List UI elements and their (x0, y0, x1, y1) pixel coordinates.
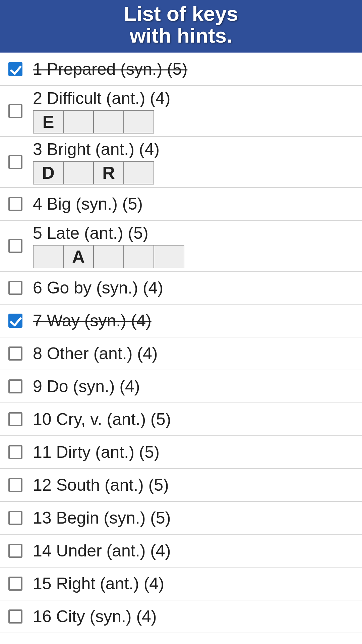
hint-cell[interactable] (154, 245, 184, 268)
checkbox-wrap (6, 153, 25, 171)
list-item[interactable]: 5 Late (ant.) (5)A (0, 221, 362, 272)
checkbox-wrap (6, 102, 25, 120)
checkbox-wrap (6, 410, 25, 429)
clue-content: 6 Go by (syn.) (4) (33, 278, 362, 298)
list-item[interactable]: 6 Go by (syn.) (4) (0, 272, 362, 305)
checkbox[interactable] (8, 609, 22, 624)
clue-text: 14 Under (ant.) (4) (33, 541, 362, 560)
checkbox[interactable] (8, 478, 22, 492)
page-header: List of keys with hints. (0, 0, 362, 53)
clue-text: 3 Bright (ant.) (4) (33, 140, 362, 159)
checkbox-wrap (6, 541, 25, 560)
hint-cell[interactable] (123, 161, 154, 184)
header-line2: with hints. (0, 24, 362, 46)
hint-cells: A (33, 245, 362, 268)
clue-text: 7 Way (syn.) (4) (33, 311, 362, 330)
clue-text: 10 Cry, v. (ant.) (5) (33, 410, 362, 429)
checkbox-wrap (6, 476, 25, 494)
clue-content: 9 Do (syn.) (4) (33, 377, 362, 396)
checkbox[interactable] (8, 412, 22, 426)
list-item[interactable]: 16 City (syn.) (4) (0, 600, 362, 633)
checkbox[interactable] (8, 155, 22, 169)
clue-content: 7 Way (syn.) (4) (33, 311, 362, 330)
list-item[interactable]: 14 Under (ant.) (4) (0, 535, 362, 568)
checkbox[interactable] (8, 379, 22, 393)
checkbox-wrap (6, 236, 25, 255)
clue-content: 1 Prepared (syn.) (5) (33, 59, 362, 79)
clue-content: 4 Big (syn.) (5) (33, 194, 362, 214)
clue-content: 12 South (ant.) (5) (33, 475, 362, 495)
checkbox[interactable] (8, 62, 22, 76)
clue-text: 15 Right (ant.) (4) (33, 574, 362, 593)
checkbox[interactable] (8, 346, 22, 361)
hint-cell[interactable] (93, 110, 124, 133)
list-item[interactable]: 15 Right (ant.) (4) (0, 568, 362, 600)
clue-content: 2 Difficult (ant.) (4)E (33, 89, 362, 133)
checkbox[interactable] (8, 197, 22, 211)
checkbox-wrap (6, 344, 25, 363)
list-item[interactable]: 13 Begin (syn.) (5) (0, 502, 362, 535)
header-line1: List of keys (0, 3, 362, 24)
clue-content: 14 Under (ant.) (4) (33, 541, 362, 560)
list-item[interactable]: 8 Other (ant.) (4) (0, 337, 362, 370)
list-item[interactable]: 9 Do (syn.) (4) (0, 370, 362, 403)
hint-cell[interactable]: E (33, 110, 64, 133)
hint-cell[interactable] (123, 110, 154, 133)
list-item[interactable]: 12 South (ant.) (5) (0, 469, 362, 502)
clue-text: 6 Go by (syn.) (4) (33, 278, 362, 298)
checkbox-wrap (6, 278, 25, 297)
hint-cell[interactable] (123, 245, 154, 268)
clue-text: 5 Late (ant.) (5) (33, 223, 362, 243)
list-item[interactable]: 2 Difficult (ant.) (4)E (0, 86, 362, 137)
clue-content: 3 Bright (ant.) (4)DR (33, 140, 362, 184)
clue-text: 9 Do (syn.) (4) (33, 377, 362, 396)
checkbox[interactable] (8, 577, 22, 591)
checkbox[interactable] (8, 511, 22, 525)
clue-text: 11 Dirty (ant.) (5) (33, 442, 362, 462)
checkbox-wrap (6, 607, 25, 626)
clue-text: 2 Difficult (ant.) (4) (33, 89, 362, 108)
checkbox-wrap (6, 377, 25, 396)
list-item[interactable]: 4 Big (syn.) (5) (0, 188, 362, 221)
clue-content: 5 Late (ant.) (5)A (33, 223, 362, 268)
hint-cell[interactable]: A (63, 245, 94, 268)
hint-cells: E (33, 110, 362, 133)
checkbox-wrap (6, 508, 25, 527)
list-item[interactable]: 11 Dirty (ant.) (5) (0, 436, 362, 469)
checkbox[interactable] (8, 104, 22, 118)
checkbox-wrap (6, 574, 25, 593)
checkbox[interactable] (8, 544, 22, 558)
clue-text: 1 Prepared (syn.) (5) (33, 59, 362, 79)
clue-content: 8 Other (ant.) (4) (33, 344, 362, 363)
clue-text: 13 Begin (syn.) (5) (33, 508, 362, 528)
hint-cell[interactable] (63, 110, 94, 133)
list-item[interactable]: 3 Bright (ant.) (4)DR (0, 137, 362, 188)
hint-cell[interactable]: R (93, 161, 124, 184)
list-item[interactable]: 1 Prepared (syn.) (5) (0, 53, 362, 86)
clue-text: 16 City (syn.) (4) (33, 607, 362, 626)
checkbox-wrap (6, 195, 25, 213)
checkbox[interactable] (8, 314, 22, 328)
clue-text: 12 South (ant.) (5) (33, 475, 362, 495)
clue-content: 13 Begin (syn.) (5) (33, 508, 362, 528)
hint-cell[interactable]: D (33, 161, 64, 184)
clue-content: 11 Dirty (ant.) (5) (33, 442, 362, 462)
clue-content: 15 Right (ant.) (4) (33, 574, 362, 593)
checkbox[interactable] (8, 281, 22, 295)
hint-cells: DR (33, 161, 362, 184)
checkbox-wrap (6, 60, 25, 78)
clue-content: 16 City (syn.) (4) (33, 607, 362, 626)
checkbox[interactable] (8, 239, 22, 253)
checkbox[interactable] (8, 445, 22, 459)
checkbox-wrap (6, 311, 25, 330)
hint-cell[interactable] (63, 161, 94, 184)
clue-list: 1 Prepared (syn.) (5)2 Difficult (ant.) … (0, 53, 362, 633)
list-item[interactable]: 7 Way (syn.) (4) (0, 305, 362, 337)
clue-text: 8 Other (ant.) (4) (33, 344, 362, 363)
list-item[interactable]: 10 Cry, v. (ant.) (5) (0, 403, 362, 436)
checkbox-wrap (6, 443, 25, 462)
clue-content: 10 Cry, v. (ant.) (5) (33, 410, 362, 429)
hint-cell[interactable] (93, 245, 124, 268)
clue-text: 4 Big (syn.) (5) (33, 194, 362, 214)
hint-cell[interactable] (33, 245, 64, 268)
